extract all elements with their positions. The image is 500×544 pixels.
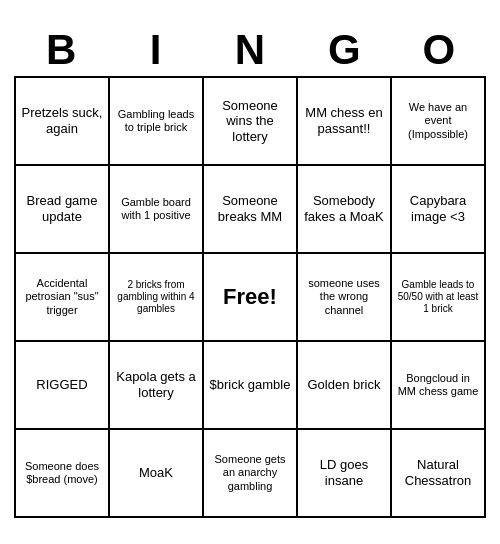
bingo-cell-20: Someone does $bread (move) xyxy=(16,430,110,518)
bingo-cell-17: $brick gamble xyxy=(204,342,298,430)
bingo-cell-14: Gamble leads to 50/50 with at least 1 br… xyxy=(392,254,486,342)
bingo-cell-16: Kapola gets a lottery xyxy=(110,342,204,430)
bingo-cell-12: Free! xyxy=(204,254,298,342)
bingo-cell-0: Pretzels suck, again xyxy=(16,78,110,166)
bingo-cell-11: 2 bricks from gambling within 4 gambles xyxy=(110,254,204,342)
bingo-cell-13: someone uses the wrong channel xyxy=(298,254,392,342)
bingo-letter-o: O xyxy=(395,26,483,74)
bingo-cell-4: We have an event (Impossible) xyxy=(392,78,486,166)
bingo-letter-b: B xyxy=(17,26,105,74)
bingo-cell-24: Natural Chessatron xyxy=(392,430,486,518)
bingo-grid: Pretzels suck, againGambling leads to tr… xyxy=(14,76,486,518)
bingo-letter-g: G xyxy=(300,26,388,74)
bingo-header: BINGO xyxy=(14,26,486,74)
bingo-cell-22: Someone gets an anarchy gambling xyxy=(204,430,298,518)
bingo-cell-9: Capybara image <3 xyxy=(392,166,486,254)
bingo-cell-21: MoaK xyxy=(110,430,204,518)
bingo-cell-10: Accidental petrosian "sus" trigger xyxy=(16,254,110,342)
bingo-cell-18: Golden brick xyxy=(298,342,392,430)
bingo-cell-5: Bread game update xyxy=(16,166,110,254)
bingo-cell-23: LD goes insane xyxy=(298,430,392,518)
bingo-letter-i: I xyxy=(112,26,200,74)
bingo-cell-1: Gambling leads to triple brick xyxy=(110,78,204,166)
bingo-letter-n: N xyxy=(206,26,294,74)
bingo-cell-8: Somebody fakes a MoaK xyxy=(298,166,392,254)
bingo-cell-15: RIGGED xyxy=(16,342,110,430)
bingo-cell-3: MM chess en passant!! xyxy=(298,78,392,166)
bingo-cell-19: Bongcloud in MM chess game xyxy=(392,342,486,430)
bingo-cell-2: Someone wins the lottery xyxy=(204,78,298,166)
bingo-cell-7: Someone breaks MM xyxy=(204,166,298,254)
bingo-card: BINGO Pretzels suck, againGambling leads… xyxy=(10,22,490,522)
bingo-cell-6: Gamble board with 1 positive xyxy=(110,166,204,254)
